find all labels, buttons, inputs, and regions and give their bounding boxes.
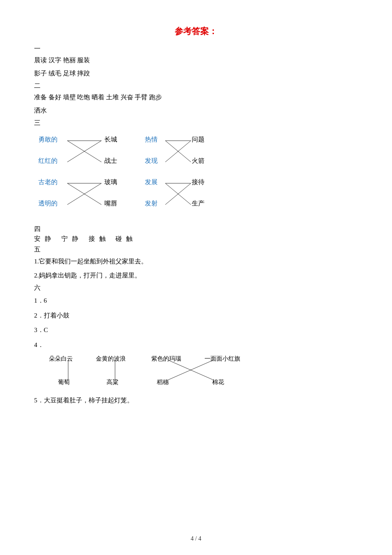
- section-six-5: 5．大豆挺着肚子，柿子挂起灯笼。: [34, 394, 358, 407]
- section-three-num: 三: [34, 119, 358, 127]
- section-three-diagram: 勇敢的 红红的 古老的 透明的 长城 战士 玻璃 嘴唇 热情 发现 发展 发射 …: [38, 131, 243, 221]
- s3-left-4: 透明的: [38, 199, 58, 208]
- s3-right-right-2: 火箭: [192, 157, 205, 165]
- svg-line-3: [67, 183, 101, 205]
- section-five-1: 1.它要和我们一起坐船到外祖父家里去。: [34, 255, 358, 268]
- svg-line-8: [165, 141, 191, 162]
- s3-right-left-4: 发射: [145, 199, 158, 208]
- diag-top-3: 紫色的玛瑙: [151, 353, 181, 365]
- s3-mid-1: 长城: [104, 136, 117, 144]
- svg-line-5: [67, 183, 101, 205]
- s3-right-right-3: 接待: [192, 178, 205, 186]
- svg-line-0: [67, 141, 101, 162]
- section-four-line: 安静 宁静 接触 碰触: [34, 235, 358, 243]
- s3-right-left-1: 热情: [145, 136, 158, 144]
- section-six-4-label: 4．: [34, 341, 44, 348]
- page-title: 参考答案：: [34, 26, 358, 37]
- s3-right-right-1: 问题: [192, 136, 205, 144]
- section-three-lines: [38, 131, 243, 221]
- section-four-num: 四: [34, 225, 358, 233]
- diag-top-1: 朵朵白云: [49, 353, 73, 365]
- s3-left-1: 勇敢的: [38, 136, 58, 144]
- section-two-num: 二: [34, 82, 358, 90]
- section-one-line2: 影子 绒毛 足球 摔跤: [34, 68, 358, 79]
- svg-line-2: [67, 141, 101, 162]
- diag-bottom-1: 葡萄: [58, 377, 70, 388]
- svg-line-9: [165, 183, 191, 205]
- s3-mid-3: 玻璃: [104, 178, 117, 186]
- s3-mid-2: 战士: [104, 157, 117, 165]
- section-five-2: 2.妈妈拿出钥匙，打开门，走进屋里。: [34, 269, 358, 282]
- s3-right-right-4: 生产: [192, 199, 205, 208]
- s3-mid-4: 嘴唇: [104, 199, 117, 208]
- s3-left-3: 古老的: [38, 178, 58, 186]
- section-six-4-diagram: 朵朵白云 金黄的波浪 紫色的玛瑙 一面面小红旗 葡萄 高粱 稻穗 棉花: [47, 353, 303, 392]
- section-two-line2: 洒水: [34, 105, 358, 116]
- section-one-num: 一: [34, 45, 358, 53]
- diag-top-2: 金黄的波浪: [96, 353, 126, 365]
- section-six-2: 2．打着小鼓: [34, 309, 358, 322]
- section-two-line1: 准备 备好 墙壁 吃饱 晒着 土堆 兴奋 手臂 跑步: [34, 92, 358, 103]
- s3-right-left-2: 发现: [145, 157, 158, 165]
- section-six-1: 1．6: [34, 295, 358, 307]
- section-six-3: 3．C: [34, 324, 358, 336]
- svg-line-6: [165, 141, 191, 162]
- diag-bottom-3: 稻穗: [157, 377, 169, 388]
- diag-bottom-2: 高粱: [107, 377, 118, 388]
- diag-bottom-4: 棉花: [212, 377, 224, 388]
- diag-top-4: 一面面小红旗: [205, 353, 240, 365]
- section-six-4-container: 4． 朵朵白云 金黄的波浪 紫色的玛瑙 一面面小红旗 葡萄 高粱 稻穗 棉花: [34, 339, 358, 392]
- page-footer: 4 / 4: [34, 535, 358, 542]
- s3-right-left-3: 发展: [145, 178, 158, 186]
- section-one-line1: 晨读 汉字 艳丽 服装: [34, 55, 358, 66]
- section-five-num: 五: [34, 246, 358, 254]
- s3-left-2: 红红的: [38, 157, 58, 165]
- svg-line-11: [165, 183, 191, 205]
- section-six-num: 六: [34, 284, 358, 292]
